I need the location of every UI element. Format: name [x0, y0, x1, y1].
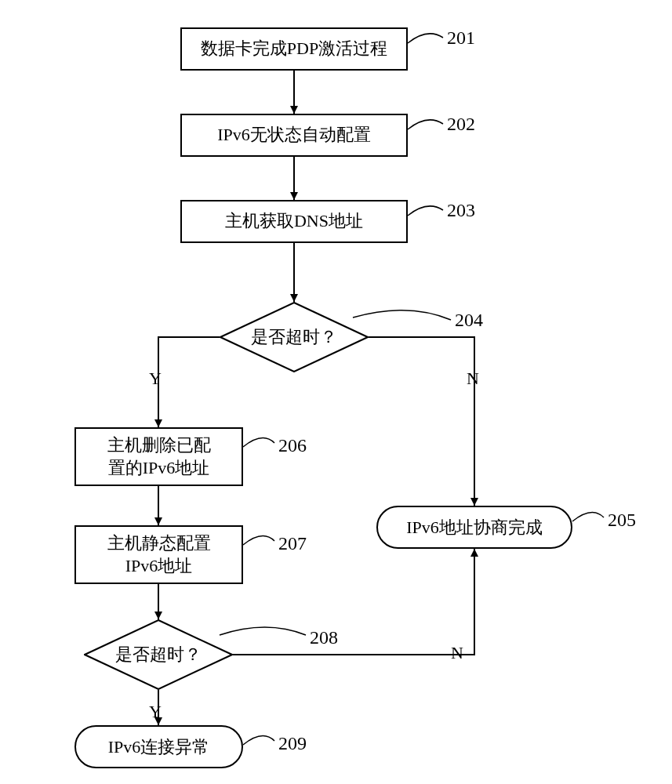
step-206-text: 主机删除已配 置的IPv6地址 [107, 434, 211, 479]
label-206: 206 [278, 435, 307, 456]
terminator-209-text: IPv6连接异常 [108, 735, 210, 759]
branch-y1: Y [149, 368, 162, 389]
branch-y2: Y [149, 702, 162, 722]
decision-204-text: 是否超时？ [251, 325, 337, 349]
decision-204: 是否超时？ [220, 302, 369, 372]
label-205: 205 [608, 510, 636, 531]
branch-n1: N [467, 368, 479, 389]
terminator-209: IPv6连接异常 [74, 725, 243, 768]
label-201: 201 [447, 27, 475, 49]
step-207: 主机静态配置 IPv6地址 [74, 525, 243, 584]
step-202: IPv6无状态自动配置 [180, 114, 408, 157]
label-207: 207 [278, 533, 307, 554]
step-203: 主机获取DNS地址 [180, 200, 408, 243]
decision-208-text: 是否超时？ [115, 643, 202, 666]
decision-208: 是否超时？ [84, 619, 233, 690]
label-208: 208 [310, 627, 338, 648]
step-206: 主机删除已配 置的IPv6地址 [74, 427, 243, 486]
step-201-text: 数据卡完成PDP激活过程 [201, 38, 387, 60]
terminator-205: IPv6地址协商完成 [376, 506, 572, 549]
terminator-205-text: IPv6地址协商完成 [406, 516, 543, 539]
step-207-text: 主机静态配置 IPv6地址 [107, 532, 211, 577]
step-202-text: IPv6无状态自动配置 [217, 124, 371, 147]
label-204: 204 [455, 310, 483, 331]
label-202: 202 [447, 114, 475, 135]
label-209: 209 [278, 733, 307, 754]
step-201: 数据卡完成PDP激活过程 [180, 27, 408, 71]
branch-n2: N [451, 643, 463, 663]
step-203-text: 主机获取DNS地址 [225, 210, 363, 233]
label-203: 203 [447, 200, 475, 221]
